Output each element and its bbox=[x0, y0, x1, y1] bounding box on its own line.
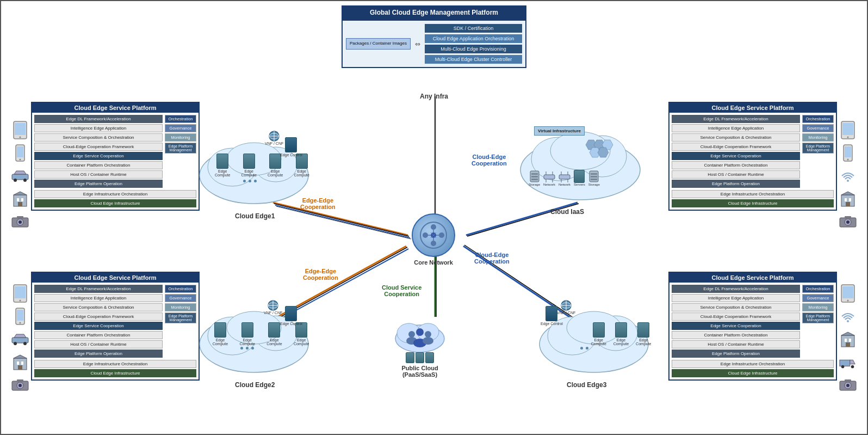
svg-point-57 bbox=[14, 342, 17, 345]
cesp-right-orch: Orchestration bbox=[165, 115, 196, 123]
svg-point-19 bbox=[20, 159, 21, 161]
cesp-right-mon: Monitoring bbox=[165, 133, 196, 142]
main-container: Global Cloud Edge Management Platform Pa… bbox=[0, 0, 868, 435]
edge-edge-coop-label-1: Edge-EdgeCooperation bbox=[300, 197, 336, 210]
svg-marker-56 bbox=[14, 334, 26, 338]
any-infra-label: Any Infra bbox=[420, 93, 448, 100]
platform-item-multi-cloud-prov: Multi-Cloud Edge Provisioning bbox=[425, 45, 522, 53]
platform-items: SDK / Certification Cloud Edge Applicati… bbox=[425, 24, 522, 64]
cesp-row-container: Container Platform Orchestration bbox=[34, 161, 163, 169]
cloud-edge1-label: Cloud Edge1 bbox=[235, 212, 275, 220]
tablet-icon bbox=[11, 121, 29, 139]
svg-point-66 bbox=[18, 384, 22, 387]
svg-rect-62 bbox=[21, 362, 23, 365]
cloud-edge3-label: Cloud Edge3 bbox=[567, 381, 606, 389]
svg-rect-26 bbox=[17, 198, 19, 201]
cesp-row-svc: Service Composition & Orchestration bbox=[34, 133, 163, 142]
svg-point-22 bbox=[14, 179, 17, 182]
svg-rect-28 bbox=[18, 202, 22, 206]
svg-rect-69 bbox=[842, 286, 853, 298]
svg-rect-34 bbox=[842, 123, 853, 135]
svg-marker-73 bbox=[841, 332, 854, 335]
phone-icon-tr bbox=[839, 144, 857, 162]
cesp-row-edge-svc: Edge Service Cooperation bbox=[34, 152, 163, 160]
svg-point-47 bbox=[846, 220, 850, 224]
svg-point-31 bbox=[18, 220, 22, 224]
truck-icon-br bbox=[839, 353, 857, 371]
cesp-row-intel: Intelligence Edge Application bbox=[34, 124, 163, 132]
svg-marker-78 bbox=[850, 360, 855, 364]
cesp-row-coop-fw: Cloud-Edge Cooperation Framework bbox=[34, 143, 163, 151]
platform-item-sdk: SDK / Certification bbox=[425, 24, 522, 33]
svg-point-39 bbox=[847, 180, 849, 182]
cloud-edge2: Edge Compute Edge Compute Edge Compute E… bbox=[194, 292, 314, 379]
svg-point-38 bbox=[847, 159, 849, 161]
cesp-top-left-body: Edge DL Framework/Acceleration Intellige… bbox=[32, 113, 199, 190]
cesp-top-right-body: Edge DL Framework/Acceleration Intellige… bbox=[669, 113, 836, 190]
public-cloud: Public Cloud (PaaS/SaaS) bbox=[393, 317, 447, 378]
svg-rect-122 bbox=[544, 175, 555, 179]
car-icon-bl bbox=[11, 330, 29, 348]
cesp-row-edge-plat: Edge Platform Operation bbox=[34, 180, 163, 188]
svg-marker-60 bbox=[14, 355, 27, 358]
svg-rect-134 bbox=[591, 176, 597, 177]
svg-rect-76 bbox=[846, 342, 850, 347]
cloud-iaas-container: Virtual Infrastructure Storage Network bbox=[518, 110, 643, 205]
cloud-edge-coop-label-2: Cloud-EdgeCooperation bbox=[474, 252, 510, 265]
svg-rect-44 bbox=[846, 202, 850, 206]
svg-point-35 bbox=[847, 137, 849, 138]
svg-rect-133 bbox=[591, 173, 597, 175]
svg-rect-135 bbox=[591, 179, 597, 180]
cesp-footer-cloud-infra: Cloud Edge Infrastructure bbox=[34, 199, 196, 207]
camera2-icon-br bbox=[839, 376, 857, 394]
core-network-label: Core Network bbox=[414, 259, 453, 266]
svg-point-151 bbox=[408, 331, 415, 338]
svg-rect-127 bbox=[559, 175, 570, 179]
svg-point-140 bbox=[439, 232, 444, 238]
building-icon-br bbox=[839, 330, 857, 348]
svg-marker-41 bbox=[841, 192, 854, 195]
global-platform: Global Cloud Edge Management Platform Pa… bbox=[342, 5, 526, 68]
car-icon bbox=[11, 167, 29, 185]
svg-rect-15 bbox=[15, 123, 26, 135]
packages-box: Packages / Container Images bbox=[346, 38, 411, 49]
svg-rect-43 bbox=[849, 198, 851, 201]
device-col-bottom-right bbox=[839, 284, 857, 394]
cesp-bottom-right: Cloud Edge Service Platform Edge DL Fram… bbox=[668, 272, 837, 381]
svg-rect-37 bbox=[845, 146, 851, 157]
svg-rect-119 bbox=[531, 173, 538, 175]
svg-rect-50 bbox=[15, 286, 26, 298]
svg-point-54 bbox=[20, 322, 21, 324]
svg-marker-21 bbox=[14, 171, 26, 174]
svg-point-138 bbox=[431, 241, 436, 246]
cesp-top-left-title: Cloud Edge Service Platform bbox=[32, 103, 199, 113]
core-network-icon bbox=[412, 213, 455, 257]
platform-item-cloud-edge: Cloud Edge Application Orchestration bbox=[425, 34, 522, 43]
tablet-icon-tr bbox=[839, 121, 857, 139]
svg-rect-74 bbox=[845, 339, 847, 342]
svg-point-51 bbox=[20, 300, 21, 302]
device-col-top-left bbox=[11, 121, 29, 231]
cesp-top-left-right: Orchestration Governance Monitoring Edge… bbox=[165, 115, 196, 188]
svg-rect-18 bbox=[17, 146, 23, 157]
cesp-top-left-rows: Edge DL Framework/Acceleration Intellige… bbox=[34, 115, 163, 188]
svg-line-11 bbox=[275, 205, 410, 238]
wifi-icon-br bbox=[839, 307, 857, 326]
cesp-top-left-footer: Edge Infrastructure Orchestration Cloud … bbox=[34, 190, 196, 207]
device-col-top-right bbox=[839, 121, 857, 231]
cloud-edge-coop-label-1: Cloud-EdgeCooperation bbox=[472, 154, 507, 167]
phone-icon-bl bbox=[11, 307, 29, 326]
cesp-top-right: Cloud Edge Service Platform Edge DL Fram… bbox=[668, 102, 837, 211]
camera-icon bbox=[11, 212, 29, 231]
svg-point-156 bbox=[423, 337, 433, 345]
svg-rect-32 bbox=[17, 216, 23, 219]
core-network: Core Network bbox=[412, 213, 455, 266]
phone-icon bbox=[11, 144, 29, 162]
svg-rect-121 bbox=[531, 179, 538, 180]
global-platform-body: Packages / Container Images ⇔ SDK / Cert… bbox=[342, 20, 526, 68]
svg-point-152 bbox=[416, 328, 424, 336]
cesp-top-right-rows: Edge DL Framework/Acceleration Intellige… bbox=[672, 115, 800, 188]
svg-point-139 bbox=[423, 232, 428, 238]
cloud-edge1: Edge Compute Edge Compute Edge Compute E… bbox=[194, 121, 314, 210]
global-platform-title: Global Cloud Edge Management Platform bbox=[342, 5, 526, 20]
